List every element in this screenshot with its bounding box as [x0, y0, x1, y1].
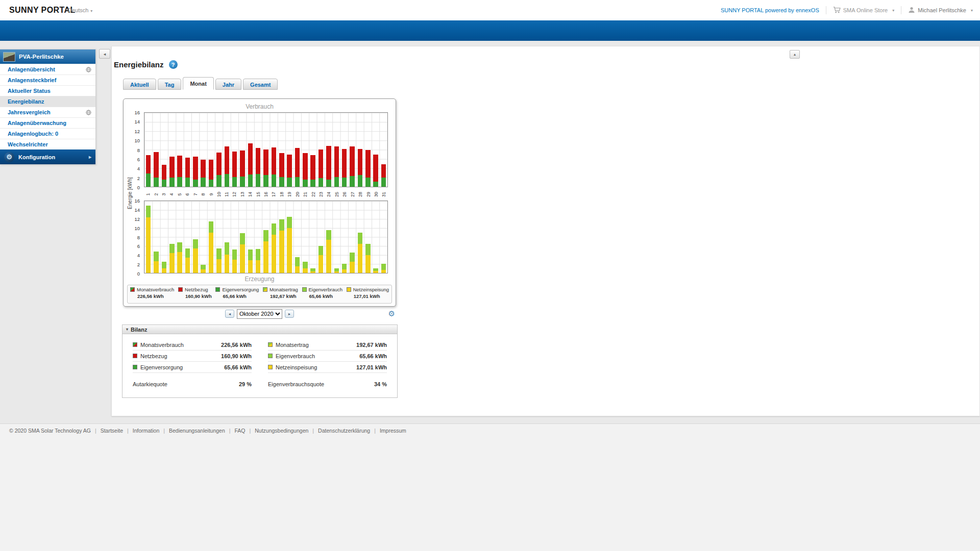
plant-header[interactable]: PVA-Perlitschke [0, 49, 95, 64]
bar-segment-netzbezug [295, 148, 300, 177]
bar-day-21 [301, 201, 309, 273]
bar-segment-netzbezug [303, 153, 308, 180]
copyright-label: © 2020 SMA Solar Technology AG [9, 428, 91, 434]
page-title: Energiebilanz [114, 60, 164, 69]
sidebar-item-konfiguration[interactable]: ⚙ Konfiguration ▸ [0, 149, 95, 164]
bar-segment-eigenverbrauch [216, 248, 222, 259]
bar-day-13 [238, 113, 246, 187]
bar-day-3 [160, 113, 168, 187]
bar-segment-netzbezug [279, 153, 284, 177]
scroll-top-button[interactable]: ▴ [790, 50, 800, 59]
sidebar-collapse-button[interactable]: ◂ [99, 49, 110, 59]
bar-segment-netzbezug [169, 157, 175, 178]
x-tick-label: 27 [349, 189, 356, 199]
sidebar-item-anlagen-berwachung[interactable]: Anlagenüberwachung [0, 117, 95, 128]
sidebar-item-jahresvergleich[interactable]: Jahresvergleich [0, 107, 95, 117]
footer-link-bedienungsanleitungen[interactable]: Bedienungsanleitungen [169, 428, 225, 434]
month-select[interactable]: Oktober 2020 [237, 309, 282, 319]
bar-day-13 [238, 201, 246, 273]
bar-day-4 [168, 113, 176, 187]
bilanz-header[interactable]: ▾ Bilanz [122, 325, 397, 334]
bar-day-11 [223, 201, 231, 273]
bilanz-label: Netzeinspeisung [276, 364, 317, 370]
bar-segment-eigenverbrauch [225, 242, 230, 255]
monatsverbrauch-swatch-icon [130, 287, 135, 292]
y-axis-erzeugung: 1614121086420 [124, 201, 142, 273]
bar-segment-netzbezug [358, 149, 363, 176]
bar-segment-eigenverbrauch [248, 249, 253, 260]
tab-monat[interactable]: Monat [183, 77, 213, 90]
help-icon[interactable]: ? [169, 60, 178, 69]
bar-segment-netzeinspeisung [272, 235, 277, 273]
x-tick-label: 13 [238, 189, 246, 199]
sidebar-item-energiebilanz[interactable]: Energiebilanz [0, 96, 95, 107]
eigenversorgung-swatch-icon [215, 287, 220, 292]
chevron-down-icon: ▾ [90, 9, 92, 13]
next-month-button[interactable]: ▸ [285, 310, 294, 318]
bar-segment-eigenversorgung [373, 182, 378, 187]
previous-month-button[interactable]: ◂ [225, 310, 234, 318]
sidebar-item-label: Energiebilanz [8, 98, 44, 105]
language-selector[interactable]: Deutsch▾ [68, 0, 92, 21]
sunny-portal-logo[interactable]: SUNNY PORTAL [9, 0, 76, 20]
footer-link-faq[interactable]: FAQ [234, 428, 245, 434]
footer-link-nutzungsbedingungen[interactable]: Nutzungsbedingungen [255, 428, 308, 434]
bar-segment-eigenverbrauch [263, 230, 268, 241]
footer-link-datenschutzerkl-rung[interactable]: Datenschutzerklärung [318, 428, 370, 434]
sma-online-store-menu[interactable]: SMA Online Store ▾ [833, 7, 894, 14]
footer-link-impressum[interactable]: Impressum [380, 428, 406, 434]
bar-day-24 [325, 201, 332, 273]
sidebar-item-anlagensteckbrief[interactable]: Anlagensteckbrief [0, 74, 95, 85]
bar-day-23 [317, 201, 325, 273]
tab-tag[interactable]: Tag [158, 79, 182, 90]
tab-jahr[interactable]: Jahr [215, 79, 241, 90]
y-tick-label: 2 [124, 262, 142, 267]
bar-segment-eigenversorgung [381, 178, 386, 187]
bilanz-right-column: Monatsertrag192,67 kWhEigenverbrauch65,6… [268, 339, 387, 389]
sidebar-item-anlagen-bersicht[interactable]: Anlagenübersicht [0, 64, 95, 74]
store-label: SMA Online Store [843, 7, 888, 13]
sidebar-item-label: Anlagensteckbrief [8, 77, 56, 83]
bar-segment-netzeinspeisung [342, 269, 347, 273]
bar-segment-eigenversorgung [310, 180, 315, 187]
x-tick-label: 26 [341, 189, 349, 199]
bar-segment-eigenversorgung [169, 178, 175, 187]
bar-segment-netzbezug [209, 160, 214, 179]
bar-segment-netzeinspeisung [287, 228, 292, 273]
bar-segment-eigenverbrauch [303, 262, 308, 268]
tab-gesamt[interactable]: Gesamt [243, 79, 278, 90]
bar-segment-netzeinspeisung [216, 259, 222, 273]
ennexos-link[interactable]: SUNNY PORTAL powered by ennexOS [721, 7, 819, 13]
bar-segment-eigenversorgung [209, 180, 214, 187]
chart-settings-icon[interactable]: ⚙ [388, 309, 395, 319]
x-tick-label: 7 [191, 189, 199, 199]
bar-segment-eigenversorgung [350, 176, 355, 187]
y-tick-label: 0 [124, 185, 142, 190]
legend-name: Netzeinspeisung [353, 287, 389, 292]
footer-link-information[interactable]: Information [133, 428, 160, 434]
verbrauch-plot [144, 112, 388, 187]
user-menu[interactable]: Michael Perlitschke ▾ [908, 6, 973, 14]
bar-segment-netzeinspeisung [146, 217, 151, 273]
sidebar-item-wechselrichter[interactable]: Wechselrichter [0, 139, 95, 149]
y-tick-label: 2 [124, 175, 142, 181]
x-tick-label: 2 [152, 189, 159, 199]
y-axis-title: Energie [kWh] [127, 163, 133, 224]
y-tick-label: 4 [124, 166, 142, 171]
bar-segment-eigenversorgung [295, 177, 300, 187]
footer-link-startseite[interactable]: Startseite [101, 428, 123, 434]
sidebar-item-anlagenlogbuch-0[interactable]: Anlagenlogbuch: 0 [0, 128, 95, 139]
x-tick-label: 23 [317, 189, 325, 199]
chart-legend: Monatsverbrauch226,56 kWhNetzbezug160,90… [127, 285, 392, 304]
bar-day-7 [191, 113, 199, 187]
bar-day-27 [348, 201, 356, 273]
month-navigation: ◂ Oktober 2020 ▸ ⚙ [123, 309, 396, 319]
legend-item-monatsertrag: Monatsertrag192,67 kWh [263, 287, 298, 302]
bar-segment-netzbezug [272, 147, 277, 174]
bar-segment-eigenverbrauch [318, 246, 324, 255]
bar-segment-eigenverbrauch [232, 249, 237, 259]
tab-aktuell[interactable]: Aktuell [123, 79, 156, 90]
bar-segment-netzeinspeisung [256, 260, 261, 273]
plant-name-label: PVA-Perlitschke [19, 54, 64, 60]
sidebar-item-aktueller-status[interactable]: Aktueller Status [0, 85, 95, 96]
